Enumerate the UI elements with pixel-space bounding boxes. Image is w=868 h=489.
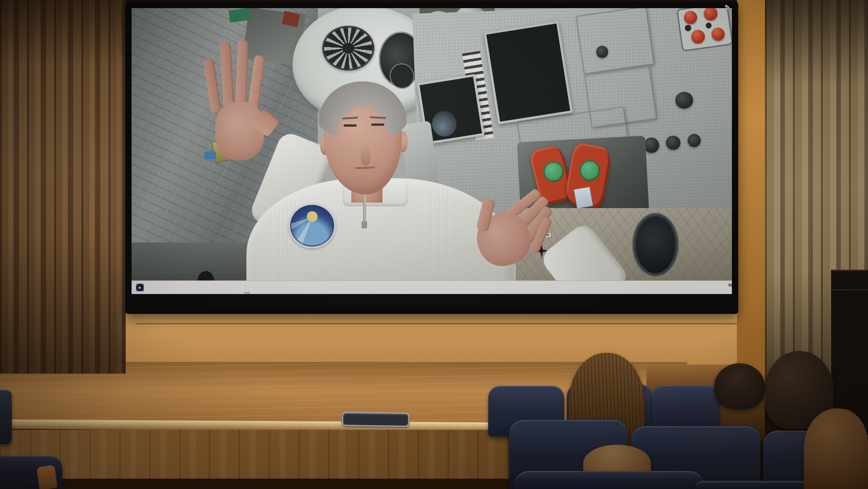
cosmonaut-left-palm	[215, 102, 264, 160]
wall-groove-line	[136, 323, 737, 324]
video-feed: ХСА ВЫХ	[132, 8, 732, 294]
media-player-icon[interactable]: ▶	[136, 284, 144, 291]
valve-green-disc	[543, 161, 564, 182]
rotary-knob	[644, 138, 660, 153]
cosmonaut-eye	[371, 123, 384, 126]
zipper-pull	[362, 221, 367, 228]
projection-screen: ХСА ВЫХ	[125, 2, 738, 314]
curtain-left	[0, 0, 126, 374]
red-button	[712, 28, 725, 41]
chair-back	[0, 390, 12, 444]
blue-fitting	[204, 152, 217, 159]
auditorium-scene: ХСА ВЫХ	[0, 0, 868, 489]
hatch-opening	[633, 214, 678, 275]
cosmonaut-eye	[344, 124, 357, 127]
rotary-knob	[675, 92, 693, 109]
info-sticker	[574, 186, 594, 209]
console-keypad	[576, 8, 654, 75]
taskbar-active-indicator	[244, 292, 250, 294]
console-monitor-large	[484, 21, 573, 124]
rotary-knob	[688, 134, 701, 147]
clock-date: 02.04.2020	[728, 282, 732, 288]
monitor-reflection	[431, 109, 459, 138]
chair-armrest	[37, 465, 58, 489]
stage-cable-hatch	[342, 412, 410, 427]
windows-taskbar: W X P Y Я ▶ 16:04 02.04.2020	[132, 280, 732, 294]
cosmonaut-nose	[361, 145, 370, 165]
audience-head	[714, 363, 765, 409]
valve-green-disc	[580, 160, 600, 181]
wall-strip-right	[737, 0, 766, 393]
ventilation-fan-grille	[322, 26, 374, 71]
black-button	[685, 25, 691, 31]
cabinet-edge-highlight	[832, 290, 868, 290]
audience-head-foreground	[804, 408, 868, 489]
mission-patch	[288, 203, 336, 248]
chair-back-front-row	[514, 471, 704, 489]
media-player-icon-glyph: ▶	[139, 286, 141, 290]
rotary-knob	[666, 136, 680, 150]
